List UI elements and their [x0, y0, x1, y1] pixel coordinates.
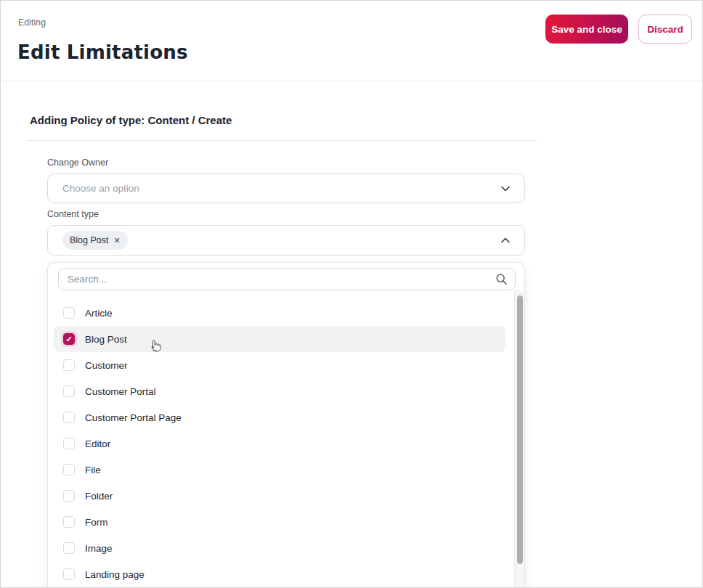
option-row-article[interactable]: ✓ Article — [54, 300, 505, 326]
content-type-multiselect[interactable]: Blog Post ✕ — [47, 225, 525, 256]
option-row-landing-page[interactable]: ✓ Landing page — [54, 561, 505, 587]
option-checkbox[interactable]: ✓ — [63, 490, 75, 502]
section-divider — [27, 140, 537, 141]
save-and-close-button[interactable]: Save and close — [545, 15, 628, 44]
option-label: Blog Post — [85, 334, 127, 345]
option-row-file[interactable]: ✓ File — [54, 457, 505, 483]
content-type-dropdown-panel: ✓ Article ✓ Blog Post ✓ Customer ✓ Custo… — [47, 262, 525, 588]
chip-label: Blog Post — [70, 235, 109, 245]
change-owner-placeholder: Choose an option — [62, 183, 139, 194]
option-checkbox[interactable]: ✓ — [63, 333, 75, 345]
option-row-editor[interactable]: ✓ Editor — [54, 430, 505, 457]
change-owner-select[interactable]: Choose an option — [47, 173, 525, 203]
option-checkbox[interactable]: ✓ — [63, 412, 75, 423]
option-label: Landing page — [85, 569, 145, 580]
option-checkbox[interactable]: ✓ — [63, 464, 75, 475]
editing-status-label: Editing — [18, 17, 46, 28]
header-bar: Editing Edit Limitations Save and close … — [1, 1, 702, 81]
option-row-image[interactable]: ✓ Image — [54, 535, 505, 561]
dropdown-scrollbar-track[interactable] — [514, 290, 524, 588]
option-checkbox[interactable]: ✓ — [63, 438, 75, 449]
option-checkbox[interactable]: ✓ — [63, 359, 75, 371]
option-row-customer[interactable]: ✓ Customer — [54, 352, 505, 378]
option-checkbox[interactable]: ✓ — [63, 568, 75, 580]
search-input[interactable] — [68, 274, 495, 285]
selected-chip-blog-post[interactable]: Blog Post ✕ — [62, 231, 128, 250]
chip-remove-icon[interactable]: ✕ — [114, 237, 121, 245]
option-label: Form — [85, 517, 108, 528]
option-label: Editor — [85, 438, 110, 449]
option-checkbox[interactable]: ✓ — [63, 542, 75, 554]
option-label: Article — [85, 308, 113, 319]
edit-limitations-page: { "header": { "eyebrow": "Editing", "tit… — [0, 0, 703, 588]
option-label: File — [85, 465, 101, 475]
option-checkbox[interactable]: ✓ — [63, 516, 75, 528]
options-list: ✓ Article ✓ Blog Post ✓ Customer ✓ Custo… — [48, 300, 514, 587]
page-title: Edit Limitations — [17, 41, 188, 63]
option-label: Customer — [85, 360, 128, 371]
change-owner-label: Change Owner — [47, 158, 108, 168]
option-row-customer-portal[interactable]: ✓ Customer Portal — [54, 378, 505, 404]
content-type-label: Content type — [47, 209, 99, 219]
option-row-form[interactable]: ✓ Form — [54, 509, 505, 535]
checkmark-icon: ✓ — [65, 335, 72, 343]
option-checkbox[interactable]: ✓ — [63, 385, 75, 397]
option-row-customer-portal-page[interactable]: ✓ Customer Portal Page — [54, 404, 505, 430]
option-label: Customer Portal Page — [85, 412, 182, 423]
search-icon — [495, 273, 508, 285]
option-label: Folder — [85, 491, 113, 502]
chevron-down-icon — [500, 183, 511, 195]
option-label: Customer Portal — [85, 386, 156, 397]
option-label: Image — [85, 543, 113, 554]
policy-section-title: Adding Policy of type: Content / Create — [30, 114, 232, 126]
search-field — [58, 268, 516, 290]
discard-button[interactable]: Discard — [638, 15, 692, 44]
chevron-up-icon — [500, 234, 511, 246]
option-checkbox[interactable]: ✓ — [63, 307, 75, 319]
option-row-blog-post[interactable]: ✓ Blog Post — [54, 326, 505, 352]
dropdown-scrollbar-thumb[interactable] — [517, 295, 523, 564]
option-row-folder[interactable]: ✓ Folder — [54, 483, 505, 509]
